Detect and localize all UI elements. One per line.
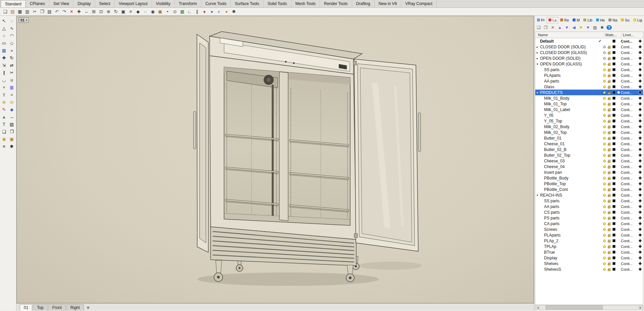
layer-linetype[interactable]: Conti...	[621, 142, 638, 146]
menu-tab-new-in-v6[interactable]: New in V6	[375, 0, 401, 7]
layer-row-milk-02-top[interactable]: Milk_02_TopConti...	[535, 129, 643, 135]
layer-lock-icon[interactable]	[608, 263, 610, 265]
hatch-icon[interactable]: ▨	[8, 121, 15, 128]
new-viewport-tab-icon[interactable]: ✚	[85, 305, 92, 311]
layer-color-swatch[interactable]	[612, 245, 615, 248]
layer-lock-icon[interactable]	[608, 206, 610, 208]
layer-lock-icon[interactable]	[608, 104, 610, 106]
layer-color-swatch[interactable]	[612, 188, 615, 191]
layer-color-swatch[interactable]	[612, 68, 615, 71]
layer-print-color-icon[interactable]	[638, 131, 642, 134]
layer-lock-icon[interactable]	[608, 184, 610, 186]
layer-row-y-05[interactable]: Y_05Conti...	[535, 112, 643, 118]
layer-color-swatch[interactable]	[612, 239, 615, 242]
layer-print-color-icon[interactable]	[638, 51, 642, 54]
viewport-tab-01[interactable]: 01	[20, 304, 32, 311]
panel-tab-lights[interactable]: Lig	[632, 17, 644, 23]
layer-tools-icon[interactable]: ✱	[599, 25, 605, 30]
group-icon[interactable]: ❐	[8, 128, 15, 135]
layer-collapse-arrow-icon[interactable]: ▾	[535, 62, 539, 66]
viewport-canvas[interactable]: 01 ▾	[16, 16, 534, 303]
layer-linetype[interactable]: Conti...	[621, 210, 638, 214]
filter-objects-icon[interactable]: ▼	[585, 25, 591, 30]
layer-visibility-bulb-icon[interactable]	[603, 177, 606, 179]
layer-color-swatch[interactable]	[612, 80, 615, 83]
layer-linetype[interactable]: Conti...	[621, 68, 638, 72]
layer-color-swatch[interactable]	[612, 216, 615, 219]
layer-visibility-bulb-icon[interactable]	[603, 51, 606, 54]
layer-visibility-bulb-icon[interactable]	[603, 148, 606, 151]
layer-visibility-bulb-icon[interactable]	[603, 125, 606, 128]
layer-linetype[interactable]: Conti...	[621, 131, 638, 135]
layer-print-color-icon[interactable]	[638, 222, 642, 225]
layer-linetype[interactable]: Conti...	[621, 245, 638, 249]
layer-linetype[interactable]: Conti...	[621, 102, 638, 106]
layer-row-plap-2[interactable]: PLAp_2Conti...	[535, 238, 643, 244]
extrude-icon[interactable]: ⇧	[1, 91, 8, 98]
layer-color-swatch[interactable]	[612, 159, 615, 162]
layer-visibility-bulb-icon[interactable]	[603, 74, 606, 77]
layer-visibility-bulb-icon[interactable]	[603, 80, 606, 83]
layer-linetype[interactable]: Conti...	[621, 153, 638, 157]
cut-icon[interactable]: ✂	[31, 8, 38, 15]
menu-tab-cplanes[interactable]: CPlanes	[26, 0, 49, 7]
menu-tab-solid-tools[interactable]: Solid Tools	[264, 0, 291, 7]
print-icon[interactable]: ▥	[24, 8, 31, 15]
layer-lock-icon[interactable]	[608, 98, 610, 100]
layer-print-color-icon[interactable]	[638, 154, 642, 157]
layer-expand-arrow-icon[interactable]: ▸	[535, 57, 539, 60]
layer-linetype[interactable]: Conti...	[621, 193, 638, 197]
layer-lock-icon[interactable]	[608, 252, 610, 254]
loft-icon[interactable]: ≈	[8, 91, 15, 98]
layer-color-swatch[interactable]	[612, 154, 615, 157]
undo-icon[interactable]: ↶	[53, 8, 60, 15]
layer-lock-icon[interactable]	[608, 189, 610, 191]
lasso-select-icon[interactable]: ◌	[8, 17, 15, 24]
panel-tab-help[interactable]: He	[594, 17, 606, 23]
layer-color-swatch[interactable]	[612, 131, 615, 134]
layer-linetype[interactable]: Conti...	[621, 148, 638, 152]
layer-color-swatch[interactable]	[612, 171, 615, 174]
layer-visibility-bulb-icon[interactable]	[603, 154, 606, 157]
layer-lock-icon[interactable]	[608, 64, 610, 66]
layer-collapse-arrow-icon[interactable]: ▾	[535, 91, 539, 94]
layer-print-color-icon[interactable]	[638, 194, 642, 197]
move-icon[interactable]: ✚	[1, 54, 8, 61]
layer-row-plaparts[interactable]: PLApartsConti...	[535, 72, 643, 78]
layer-visibility-bulb-icon[interactable]	[603, 57, 606, 60]
viewport-tab-top[interactable]: Top	[33, 304, 47, 311]
layer-linetype[interactable]: Conti...	[621, 136, 638, 140]
layer-print-color-icon[interactable]	[638, 182, 642, 186]
layer-row-open-door-glass[interactable]: ▾OPEN DOOR (GLASS)Conti...	[535, 61, 643, 67]
layer-visibility-bulb-icon[interactable]	[603, 257, 606, 259]
layer-color-swatch[interactable]	[612, 40, 615, 43]
surface-tools-icon[interactable]: ▦	[1, 47, 8, 54]
polygon-icon[interactable]: ◇	[8, 40, 15, 47]
layer-color-swatch[interactable]	[612, 205, 615, 208]
layer-row-screws[interactable]: ScrewsConti...	[535, 226, 643, 232]
layer-print-color-icon[interactable]	[638, 216, 642, 220]
panel-tab-named-views[interactable]: Na	[607, 17, 619, 23]
layer-row-milk-01-body[interactable]: Milk_01_BodyConti...	[535, 95, 643, 101]
layer-row-plaparts[interactable]: PLApartsConti...	[535, 232, 643, 238]
layer-row-aa-parts[interactable]: AA partsConti...	[535, 78, 643, 84]
move-icon[interactable]: ✚	[75, 8, 83, 15]
scrollbar-track[interactable]	[540, 305, 638, 310]
layer-lock-icon[interactable]	[608, 144, 610, 146]
layer-lock-icon[interactable]	[608, 69, 610, 71]
layer-lock-icon[interactable]	[608, 178, 610, 180]
osnap-icon[interactable]: ⊙	[171, 8, 178, 15]
layer-visibility-bulb-icon[interactable]	[603, 194, 606, 197]
menu-tab-viewport-layout[interactable]: Viewport Layout	[115, 0, 152, 7]
layer-print-color-icon[interactable]	[638, 68, 642, 71]
layer-color-swatch[interactable]	[612, 62, 615, 65]
layer-visibility-bulb-icon[interactable]	[603, 137, 606, 140]
scrollbar-thumb[interactable]	[546, 306, 603, 309]
layer-visibility-bulb-icon[interactable]	[603, 262, 606, 265]
layer-linetype[interactable]: Conti...	[621, 256, 638, 260]
layer-row-milk-01-top[interactable]: Milk_01_TopConti...	[535, 101, 643, 107]
polyline-icon[interactable]: △	[1, 25, 8, 32]
layer-print-color-icon[interactable]	[638, 108, 642, 111]
visibility-icon[interactable]: ◉	[1, 136, 8, 143]
layer-row-display[interactable]: DisplayConti...	[535, 255, 643, 261]
